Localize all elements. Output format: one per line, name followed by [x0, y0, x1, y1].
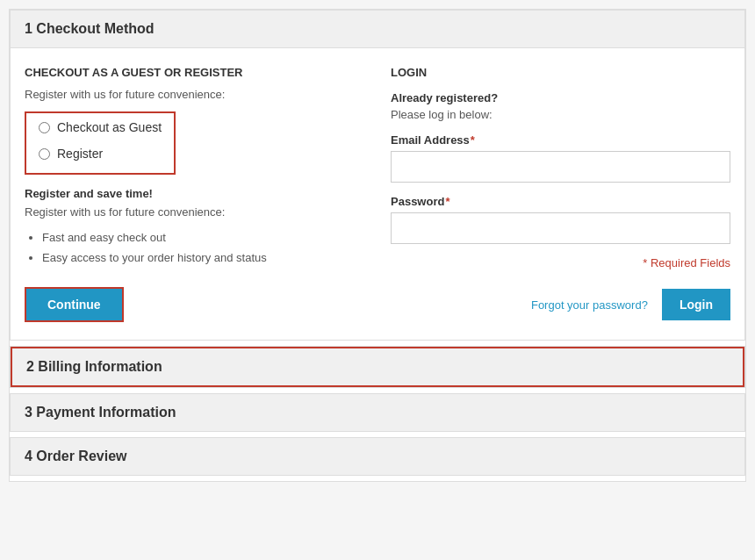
- order-review-title: 4 Order Review: [25, 449, 127, 463]
- guest-radio[interactable]: [39, 122, 50, 133]
- login-heading: LOGIN: [391, 66, 730, 79]
- payment-title: 3 Payment Information: [25, 405, 176, 420]
- please-log-in-text: Please log in below:: [391, 108, 730, 121]
- email-input[interactable]: [391, 151, 730, 183]
- register-subtitle-top: Register with us for future convenience:: [25, 88, 364, 101]
- order-review-header[interactable]: 4 Order Review: [11, 438, 744, 475]
- benefits-list: Fast and easy check out Easy access to y…: [25, 227, 364, 269]
- actions-left: Continue: [25, 287, 124, 322]
- continue-button[interactable]: Continue: [25, 287, 124, 322]
- password-form-group: Password*: [391, 195, 730, 244]
- password-input[interactable]: [391, 212, 730, 244]
- radio-group-box: Checkout as Guest Register: [25, 111, 176, 175]
- benefit-2: Easy access to your order history and st…: [42, 248, 364, 268]
- password-label: Password*: [391, 195, 730, 208]
- payment-header[interactable]: 3 Payment Information: [11, 394, 744, 431]
- email-required-marker: *: [471, 133, 475, 147]
- page-wrapper: 1 Checkout Method CHECKOUT AS A GUEST OR…: [9, 9, 746, 482]
- checkout-grid: CHECKOUT AS A GUEST OR REGISTER Register…: [25, 66, 730, 278]
- guest-register-column: CHECKOUT AS A GUEST OR REGISTER Register…: [25, 66, 364, 278]
- required-fields-note: * Required Fields: [391, 256, 730, 269]
- section-1-title: 1 Checkout Method: [25, 21, 155, 36]
- already-registered-text: Already registered?: [391, 91, 730, 104]
- actions-right: Forgot your password? Login: [531, 289, 730, 320]
- checkout-method-header: 1 Checkout Method: [11, 11, 744, 48]
- email-label: Email Address*: [391, 133, 730, 147]
- forgot-password-link[interactable]: Forgot your password?: [531, 298, 648, 312]
- login-button[interactable]: Login: [662, 289, 730, 320]
- order-review-section: 4 Order Review: [10, 437, 745, 476]
- guest-register-heading: CHECKOUT AS A GUEST OR REGISTER: [25, 66, 364, 79]
- password-required-marker: *: [445, 195, 449, 208]
- guest-option[interactable]: Checkout as Guest: [33, 117, 167, 138]
- billing-header[interactable]: 2 Billing Information: [11, 347, 744, 387]
- checkout-method-content: CHECKOUT AS A GUEST OR REGISTER Register…: [11, 48, 744, 340]
- register-label[interactable]: Register: [57, 147, 103, 161]
- checkout-method-section: 1 Checkout Method CHECKOUT AS A GUEST OR…: [10, 10, 745, 341]
- billing-section: 2 Billing Information: [10, 346, 745, 388]
- register-save-subtitle: Register with us for future convenience:: [25, 205, 364, 219]
- guest-label[interactable]: Checkout as Guest: [57, 120, 162, 134]
- login-column: LOGIN Already registered? Please log in …: [391, 66, 730, 278]
- billing-title: 2 Billing Information: [26, 359, 162, 374]
- payment-section: 3 Payment Information: [10, 393, 745, 432]
- register-radio[interactable]: [39, 148, 50, 160]
- email-form-group: Email Address*: [391, 133, 730, 183]
- benefit-1: Fast and easy check out: [42, 227, 364, 248]
- actions-row: Continue Forgot your password? Login: [25, 287, 730, 322]
- register-option[interactable]: Register: [33, 143, 167, 164]
- register-save-heading: Register and save time!: [25, 187, 364, 200]
